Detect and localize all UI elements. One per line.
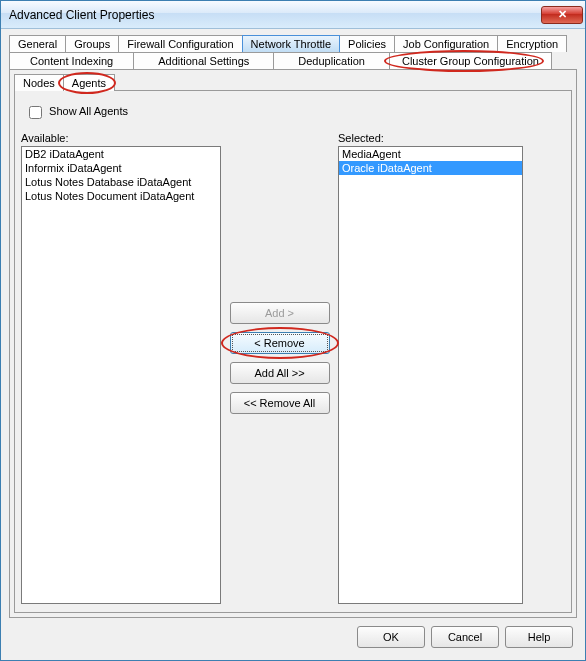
close-button[interactable]: ✕: [541, 6, 583, 24]
transfer-buttons: Add > < Remove Add All >> << Remove All: [227, 132, 332, 414]
inner-tabs-row: Nodes Agents: [14, 74, 572, 91]
selected-listbox[interactable]: MediaAgentOracle iDataAgent: [338, 146, 523, 604]
remove-all-button[interactable]: << Remove All: [230, 392, 330, 414]
content-area: General Groups Firewall Configuration Ne…: [1, 29, 585, 660]
inner-tab-panel: Show All Agents Available: DB2 iDataAgen…: [14, 90, 572, 613]
tab-cluster-group-configuration[interactable]: Cluster Group Configuration: [389, 52, 552, 69]
tab-firewall-configuration[interactable]: Firewall Configuration: [118, 35, 242, 52]
available-column: Available: DB2 iDataAgentInformix iDataA…: [21, 132, 221, 604]
tab-additional-settings[interactable]: Additional Settings: [133, 52, 274, 69]
selected-column: Selected: MediaAgentOracle iDataAgent: [338, 132, 523, 604]
tab-deduplication[interactable]: Deduplication: [273, 52, 390, 69]
cancel-button[interactable]: Cancel: [431, 626, 499, 648]
tab-content-indexing[interactable]: Content Indexing: [9, 52, 134, 69]
tab-network-throttle[interactable]: Network Throttle: [242, 35, 341, 52]
tabs-row-2: Content Indexing Additional Settings Ded…: [9, 52, 577, 69]
list-item[interactable]: MediaAgent: [339, 147, 522, 161]
add-button[interactable]: Add >: [230, 302, 330, 324]
tab-agents[interactable]: Agents: [63, 74, 115, 91]
tab-groups[interactable]: Groups: [65, 35, 119, 52]
ok-button[interactable]: OK: [357, 626, 425, 648]
show-all-row: Show All Agents: [25, 103, 565, 122]
tab-nodes[interactable]: Nodes: [14, 74, 64, 91]
tabs-row-1: General Groups Firewall Configuration Ne…: [9, 35, 577, 52]
tab-general[interactable]: General: [9, 35, 66, 52]
list-item[interactable]: Informix iDataAgent: [22, 161, 220, 175]
list-item[interactable]: Lotus Notes Database iDataAgent: [22, 175, 220, 189]
tab-policies[interactable]: Policies: [339, 35, 395, 52]
available-listbox[interactable]: DB2 iDataAgentInformix iDataAgentLotus N…: [21, 146, 221, 604]
tab-job-configuration[interactable]: Job Configuration: [394, 35, 498, 52]
close-icon: ✕: [558, 8, 567, 21]
tab-encryption[interactable]: Encryption: [497, 35, 567, 52]
dialog-window: Advanced Client Properties ✕ General Gro…: [0, 0, 586, 661]
outer-tab-panel: Nodes Agents Show All Agents Available: …: [9, 69, 577, 618]
help-button[interactable]: Help: [505, 626, 573, 648]
available-label: Available:: [21, 132, 221, 144]
show-all-agents-label[interactable]: Show All Agents: [49, 105, 128, 117]
titlebar: Advanced Client Properties ✕: [1, 1, 585, 29]
window-title: Advanced Client Properties: [9, 8, 541, 22]
transfer-lists: Available: DB2 iDataAgentInformix iDataA…: [21, 132, 565, 604]
add-all-button[interactable]: Add All >>: [230, 362, 330, 384]
list-item[interactable]: Oracle iDataAgent: [339, 161, 522, 175]
dialog-buttons: OK Cancel Help: [9, 618, 577, 652]
selected-label: Selected:: [338, 132, 523, 144]
show-all-agents-checkbox[interactable]: [29, 106, 42, 119]
list-item[interactable]: DB2 iDataAgent: [22, 147, 220, 161]
remove-button[interactable]: < Remove: [230, 332, 330, 354]
list-item[interactable]: Lotus Notes Document iDataAgent: [22, 189, 220, 203]
